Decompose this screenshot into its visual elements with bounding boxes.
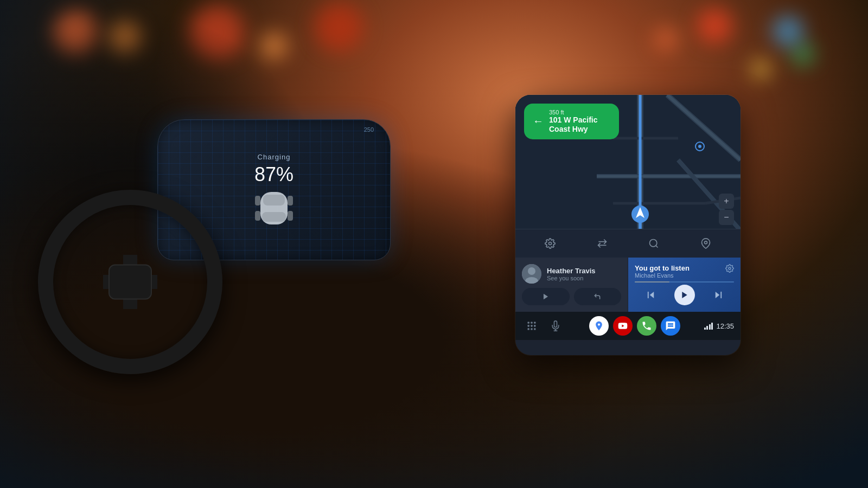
svg-marker-37	[715, 292, 719, 298]
svg-point-26	[650, 240, 657, 247]
system-bar: 12:35	[515, 312, 741, 340]
message-card[interactable]: Heather Travis See you soon	[515, 258, 628, 312]
system-time: 12:35	[716, 322, 734, 330]
music-progress-bar[interactable]	[635, 281, 734, 282]
svg-rect-45	[528, 328, 529, 330]
nav-info: 350 ft 101 W Pacific Coast Hwy	[549, 109, 598, 134]
svg-rect-5	[255, 211, 260, 221]
svg-marker-32	[544, 294, 548, 300]
music-header: You got to listen Michael Evans	[635, 264, 734, 279]
signal-bar-2	[706, 326, 708, 330]
song-title: You got to listen	[635, 264, 690, 272]
message-preview: See you soon	[547, 275, 596, 281]
pin-toolbar-button[interactable]	[696, 234, 716, 253]
artist-name: Michael Evans	[635, 272, 690, 279]
svg-marker-36	[682, 292, 687, 298]
contact-name: Heather Travis	[547, 267, 596, 275]
steering-wheel	[38, 190, 222, 374]
message-info: Heather Travis See you soon	[547, 267, 596, 281]
svg-rect-39	[528, 322, 529, 324]
navigation-banner[interactable]: ← 350 ft 101 W Pacific Coast Hwy	[524, 104, 619, 139]
svg-rect-1	[263, 195, 285, 206]
reply-message-button[interactable]	[574, 288, 622, 305]
map-zoom-controls: + −	[719, 194, 734, 225]
music-settings-button[interactable]	[725, 264, 734, 274]
svg-rect-4	[288, 196, 293, 206]
svg-rect-43	[531, 325, 532, 326]
routes-toolbar-button[interactable]	[592, 234, 612, 253]
google-maps-app-button[interactable]	[589, 316, 609, 336]
android-auto-panel: ← 350 ft 101 W Pacific Coast Hwy ✕ 23 mi…	[515, 95, 741, 355]
message-actions	[522, 288, 621, 305]
svg-line-27	[656, 246, 658, 248]
map-area[interactable]: ← 350 ft 101 W Pacific Coast Hwy ✕ 23 mi…	[515, 95, 741, 258]
svg-rect-3	[255, 196, 260, 206]
previous-track-button[interactable]	[642, 286, 660, 304]
svg-rect-41	[534, 322, 535, 324]
system-bar-left	[522, 316, 565, 336]
play-message-button[interactable]	[522, 288, 570, 305]
svg-marker-34	[649, 292, 654, 298]
turn-arrow-icon: ←	[533, 115, 544, 127]
svg-point-28	[705, 241, 707, 244]
svg-point-23	[548, 242, 551, 245]
music-controls	[635, 285, 734, 305]
system-bar-right: 12:35	[704, 322, 734, 330]
signal-bar-1	[704, 328, 706, 330]
microphone-button[interactable]	[546, 316, 565, 336]
car-top-view	[247, 189, 301, 227]
play-pause-button[interactable]	[674, 285, 695, 305]
nav-street-line2: Coast Hwy	[549, 125, 598, 134]
svg-point-20	[698, 145, 701, 148]
next-track-button[interactable]	[710, 286, 727, 304]
signal-bar-4	[711, 323, 713, 330]
steering-wheel-rim	[38, 190, 222, 374]
nav-distance: 350 ft	[549, 109, 598, 115]
youtube-app-button[interactable]	[613, 316, 633, 336]
svg-rect-6	[288, 211, 293, 221]
svg-rect-2	[262, 212, 286, 222]
avatar-image	[522, 264, 541, 284]
range-indicator: 250	[364, 126, 374, 133]
phone-app-button[interactable]	[637, 316, 656, 336]
steering-wheel-hub	[108, 265, 152, 300]
svg-rect-46	[531, 328, 532, 330]
svg-rect-40	[531, 322, 532, 324]
music-info: You got to listen Michael Evans	[635, 264, 690, 279]
signal-bar-3	[709, 324, 711, 330]
messages-app-button[interactable]	[661, 316, 680, 336]
zoom-in-button[interactable]: +	[719, 194, 734, 209]
contact-avatar	[522, 264, 541, 284]
nav-street-line1: 101 W Pacific	[549, 115, 598, 125]
bottom-cards: Heather Travis See you soon	[515, 258, 741, 312]
message-header: Heather Travis See you soon	[522, 264, 621, 284]
music-card[interactable]: You got to listen Michael Evans	[628, 258, 741, 312]
music-progress-fill	[635, 281, 669, 282]
zoom-out-button[interactable]: −	[719, 210, 734, 225]
svg-point-33	[729, 267, 731, 269]
map-toolbar	[515, 229, 741, 258]
apps-grid-button[interactable]	[522, 316, 541, 336]
svg-rect-42	[528, 325, 529, 326]
signal-strength-icon	[704, 322, 713, 330]
svg-rect-47	[534, 328, 535, 330]
svg-rect-44	[534, 325, 535, 326]
system-bar-apps	[589, 316, 680, 336]
svg-point-30	[528, 267, 535, 275]
settings-toolbar-button[interactable]	[540, 234, 560, 253]
search-toolbar-button[interactable]	[644, 234, 663, 253]
